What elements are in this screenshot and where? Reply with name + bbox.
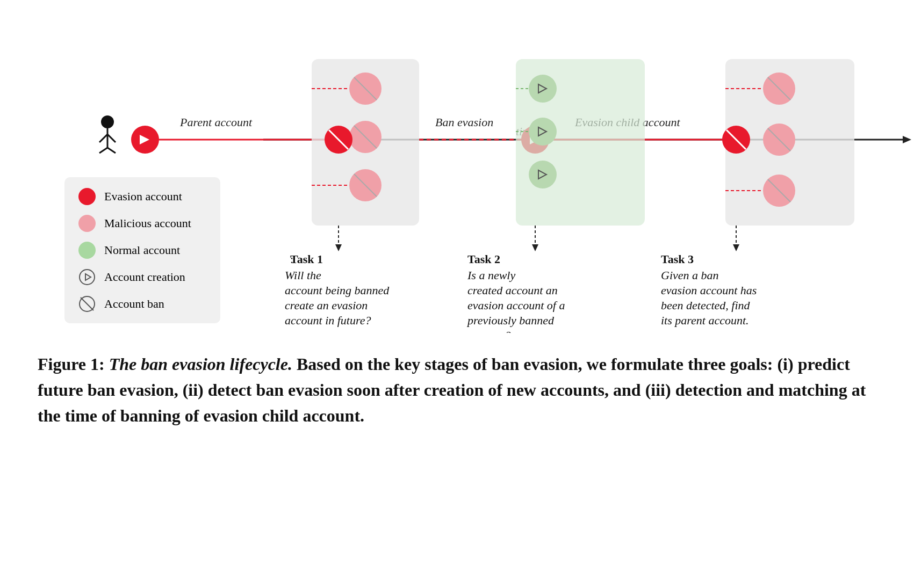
svg-marker-31: [532, 244, 538, 251]
svg-point-0: [80, 270, 95, 285]
malicious-circle: [78, 215, 96, 232]
legend-item-creation: Account creation: [77, 267, 207, 287]
legend-icon-creation: [77, 267, 97, 287]
caption-title: The ban evasion lifecycle.: [109, 354, 292, 374]
task2-line2: created account an: [467, 284, 558, 297]
legend-item-normal: Normal account: [77, 241, 207, 260]
svg-marker-1: [85, 274, 91, 280]
task1-line2: account being banned: [285, 284, 390, 297]
svg-marker-29: [335, 244, 342, 251]
task3-label-text: Task 3: [661, 252, 694, 266]
green-circle-1: [529, 75, 557, 103]
task3-line1: Given a ban: [661, 268, 719, 282]
legend-label-malicious: Malicious account: [104, 216, 191, 230]
legend-icon-malicious: [77, 214, 97, 233]
legend-icon-ban: [77, 294, 97, 314]
green-circle-3: [529, 161, 557, 188]
green-circle-2: [529, 118, 557, 146]
legend-icon-normal: [77, 241, 97, 260]
figure-container: Evasion account Malicious account Normal…: [32, 21, 882, 445]
creation-icon: [78, 268, 96, 286]
caption-label: Figure 1:: [38, 354, 105, 374]
legend-label-ban: Account ban: [104, 297, 164, 311]
person-icon: [99, 115, 116, 153]
svg-marker-5: [903, 136, 911, 143]
evasion-circle: [78, 188, 96, 205]
legend-label-creation: Account creation: [104, 270, 185, 284]
legend-item-ban: Account ban: [77, 294, 207, 314]
svg-point-6: [101, 115, 114, 128]
task3-line3: been detected, find: [661, 299, 751, 312]
normal-circle: [78, 242, 96, 259]
legend-label-evasion: Evasion account: [104, 190, 182, 204]
task2-label-text: Task 2: [467, 252, 500, 266]
task1-line3: create an evasion: [285, 299, 368, 312]
task3-line4: its parent account.: [661, 314, 749, 327]
task1-label-text: Task 1: [290, 252, 323, 266]
task2-line1: Is a newly: [467, 268, 515, 282]
svg-text::: :: [690, 252, 693, 266]
svg-line-3: [81, 297, 93, 310]
task3-line2: evasion account has: [661, 284, 757, 297]
svg-text::: :: [290, 252, 293, 266]
svg-text::: :: [496, 252, 500, 266]
legend-item-evasion: Evasion account: [77, 187, 207, 206]
figure-caption: Figure 1: The ban evasion lifecycle. Bas…: [32, 351, 882, 429]
ban-icon: [78, 295, 96, 313]
legend: Evasion account Malicious account Normal…: [64, 177, 220, 323]
task2-line3: evasion account of a: [467, 299, 565, 312]
svg-marker-33: [733, 244, 739, 251]
task1-line4: account in future?: [285, 314, 371, 327]
diagram-wrapper: Evasion account Malicious account Normal…: [32, 32, 882, 335]
legend-label-normal: Normal account: [104, 243, 180, 257]
task1-line1: Will the: [285, 268, 321, 282]
task2-line5: account?: [467, 329, 511, 333]
legend-icon-evasion: [77, 187, 97, 206]
legend-item-malicious: Malicious account: [77, 214, 207, 233]
task2-line4: previously banned: [466, 314, 555, 327]
ban-evasion-label: Ban evasion: [435, 115, 493, 129]
parent-account-label: Parent account: [179, 115, 253, 129]
